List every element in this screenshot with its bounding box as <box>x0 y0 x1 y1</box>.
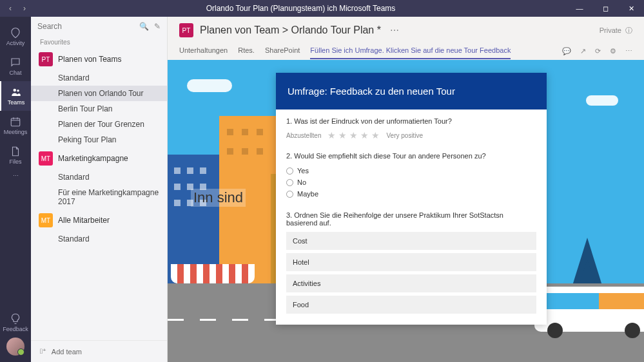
bus-decoration <box>534 287 644 332</box>
rank-item[interactable]: Food <box>286 296 536 314</box>
star-icon[interactable]: ★ <box>371 130 380 140</box>
team-header[interactable]: MTMarketingkampagne <box>31 148 167 169</box>
radio-option[interactable]: Maybe <box>286 188 536 200</box>
tab-canvas: Inn sind Umfrage: Feedback zu den neuen … <box>168 60 644 362</box>
overlay-text: Inn sind <box>191 189 246 207</box>
channel-item[interactable]: Planen von Orlando Tour <box>31 86 167 101</box>
privacy-label: Private <box>600 26 621 34</box>
rail-feedback[interactable]: Feedback <box>0 308 31 338</box>
star-icon[interactable]: ★ <box>360 130 369 140</box>
content-area: PT Planen von Team > Orlando Tour Plan *… <box>168 17 644 362</box>
survey-question-3: 3. Ordnen Sie die Reihenfolge der unsere… <box>286 211 536 314</box>
q1-text: Was ist der Eindruck von der unformatier… <box>294 117 452 125</box>
team-avatar: PT <box>179 23 193 37</box>
rail-teams-label: Teams <box>8 99 25 106</box>
radio-label: No <box>297 178 306 186</box>
channel-tab[interactable]: Rtes. <box>238 43 255 59</box>
q2-number: 2. <box>286 152 292 160</box>
search-icon[interactable]: 🔍 <box>139 22 149 31</box>
cloud-decoration <box>187 79 232 92</box>
rank-item[interactable]: Hotel <box>286 253 536 271</box>
awning-decoration <box>171 264 255 283</box>
rank-item[interactable]: Cost <box>286 232 536 250</box>
close-icon[interactable]: ✕ <box>618 0 644 17</box>
nav-forward-icon[interactable]: › <box>18 2 31 15</box>
tab-expand-icon[interactable]: ↗ <box>580 47 586 55</box>
q2-text: Would Sie empfiehlt sich diese Tour an a… <box>294 152 485 160</box>
rating-left-label: Abzustellten <box>286 132 321 139</box>
rating-input[interactable]: Abzustellten ★★★★★ Very positive <box>286 130 536 140</box>
maximize-icon[interactable]: ◻ <box>592 0 618 17</box>
favourites-label: Favourites <box>31 36 167 48</box>
add-team-button[interactable]: ⁺ Add team <box>31 340 167 362</box>
team-avatar: MT <box>39 151 53 166</box>
rail-teams[interactable]: Teams <box>0 81 31 111</box>
q3-number: 3. <box>286 211 292 219</box>
radio-label: Yes <box>297 167 309 175</box>
team-avatar: MT <box>39 213 53 227</box>
team-header[interactable]: PTPlanen von Teams <box>31 48 167 70</box>
team-name: Alle Mitarbeiter <box>58 216 110 225</box>
star-icon[interactable]: ★ <box>349 130 358 140</box>
radio-option[interactable]: No <box>286 176 536 188</box>
star-icon[interactable]: ★ <box>327 130 336 140</box>
sidebar: 🔍 ✎ Favourites PTPlanen von TeamsStandar… <box>31 17 168 362</box>
titlebar: ‹ › Orlando Tour Plan (Planungsteam) ich… <box>0 0 644 17</box>
user-avatar[interactable] <box>6 338 24 356</box>
channel-item[interactable]: Planen der Tour Grenzen <box>31 117 167 132</box>
rail-chat[interactable]: Chat <box>0 52 31 81</box>
q1-number: 1. <box>286 117 292 125</box>
rail-meetings[interactable]: Meetings <box>0 111 31 140</box>
add-team-icon: ⁺ <box>40 347 46 356</box>
svg-point-0 <box>14 89 17 92</box>
team-name: Planen von Teams <box>58 55 122 64</box>
search-input[interactable] <box>37 22 134 31</box>
rail-feedback-label: Feedback <box>3 326 28 332</box>
minimize-icon[interactable]: ― <box>567 0 592 17</box>
tab-chat-icon[interactable]: 💬 <box>562 47 571 55</box>
rail-activity[interactable]: Activity <box>0 22 31 52</box>
radio-option[interactable]: Yes <box>286 165 536 176</box>
radio-icon <box>286 167 293 175</box>
rail-more[interactable]: ⋯ <box>0 170 31 182</box>
survey-question-1: 1. Was ist der Eindruck von der unformat… <box>286 117 536 140</box>
channel-item[interactable]: Für eine Marketingkampagne 2017 <box>31 185 167 209</box>
tab-more-icon[interactable]: ⋯ <box>625 47 632 55</box>
rail-files-label: Files <box>9 158 21 165</box>
star-icon[interactable]: ★ <box>338 130 347 140</box>
add-team-label: Add team <box>52 348 82 356</box>
channel-item[interactable]: Standard <box>31 70 167 86</box>
channel-tabs: UnterhaltungenRtes.SharePointFüllen Sie … <box>179 43 632 59</box>
rail-chat-label: Chat <box>9 70 21 76</box>
channel-tab[interactable]: Füllen Sie ich Umfrage. Klicken Sie auf … <box>310 43 511 59</box>
nav-back-icon[interactable]: ‹ <box>4 2 17 15</box>
rank-item[interactable]: Activities <box>286 274 536 292</box>
rail-meetings-label: Meetings <box>4 129 28 135</box>
more-options-icon[interactable]: ⋯ <box>390 25 399 35</box>
survey-question-2: 2. Would Sie empfiehlt sich diese Tour a… <box>286 152 536 200</box>
rail-files[interactable]: Files <box>0 140 31 170</box>
app-rail: Activity Chat Teams Meetings Files ⋯ Fee… <box>0 17 31 362</box>
rating-right-label: Very positive <box>386 132 423 139</box>
channel-item[interactable]: Standard <box>31 169 167 185</box>
channel-tab[interactable]: SharePoint <box>265 43 300 59</box>
tab-reload-icon[interactable]: ⟳ <box>595 47 601 55</box>
q3-text: Ordnen Sie die Reihenfolge der unsere Pr… <box>286 211 503 227</box>
survey-panel: Umfrage: Feedback zu den neuen Tour 1. W… <box>276 73 547 325</box>
team-avatar: PT <box>39 52 53 66</box>
breadcrumb[interactable]: Planen von Team > Orlando Tour Plan * <box>200 24 381 36</box>
channel-item[interactable]: Standard <box>31 231 167 247</box>
search-bar: 🔍 ✎ <box>31 17 167 36</box>
window-title: Orlando Tour Plan (Planungsteam) ich Mic… <box>35 4 567 13</box>
team-header[interactable]: MTAlle Mitarbeiter <box>31 209 167 231</box>
svg-rect-2 <box>11 119 20 126</box>
channel-item[interactable]: Peking Tour Plan <box>31 132 167 148</box>
rail-activity-label: Activity <box>6 40 25 46</box>
compose-icon[interactable]: ✎ <box>154 22 161 31</box>
survey-title: Umfrage: Feedback zu den neuen Tour <box>276 73 547 110</box>
tab-settings-icon[interactable]: ⚙ <box>610 47 616 55</box>
info-icon[interactable]: ⓘ <box>625 26 632 35</box>
channel-tab[interactable]: Unterhaltungen <box>179 43 228 59</box>
radio-icon <box>286 191 293 198</box>
channel-item[interactable]: Berlin Tour Plan <box>31 101 167 117</box>
